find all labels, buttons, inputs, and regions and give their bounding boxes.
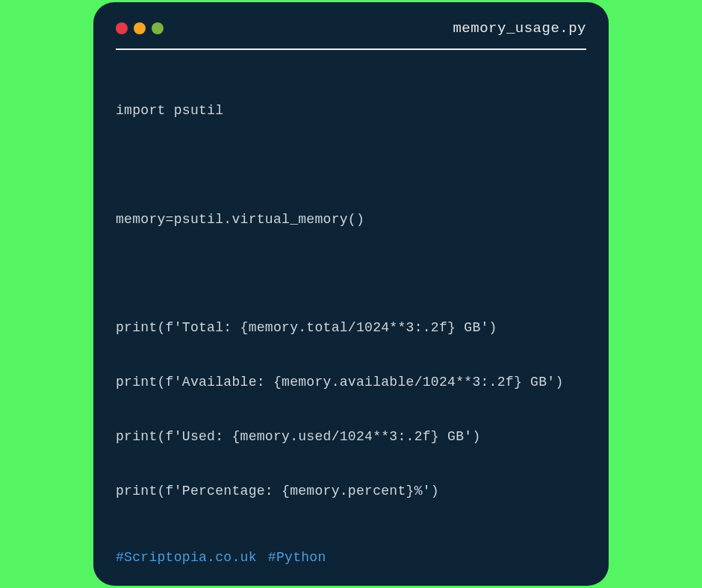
filename-label: memory_usage.py (453, 20, 586, 37)
code-line (116, 156, 586, 174)
code-line: print(f'Used: {memory.used/1024**3:.2f} … (116, 428, 586, 445)
code-line: print(f'Percentage: {memory.percent}%') (116, 482, 586, 500)
code-line (116, 264, 586, 282)
titlebar: memory_usage.py (116, 20, 586, 50)
maximize-icon[interactable] (152, 22, 164, 34)
code-line: print(f'Total: {memory.total/1024**3:.2f… (116, 319, 586, 337)
traffic-lights (116, 22, 164, 34)
code-line: memory=psutil.virtual_memory() (116, 210, 586, 228)
code-line: print(f'Available: {memory.available/102… (116, 373, 586, 391)
code-line: import psutil (116, 101, 586, 119)
code-content: import psutil memory=psutil.virtual_memo… (116, 65, 586, 537)
hashtag-scriptopia: #Scriptopia.co.uk (116, 550, 257, 565)
hashtag-python: #Python (268, 550, 326, 565)
terminal-window: memory_usage.py import psutil memory=psu… (93, 2, 609, 586)
close-icon[interactable] (116, 22, 128, 34)
minimize-icon[interactable] (134, 22, 146, 34)
hashtags: #Scriptopia.co.uk #Python (116, 550, 586, 565)
